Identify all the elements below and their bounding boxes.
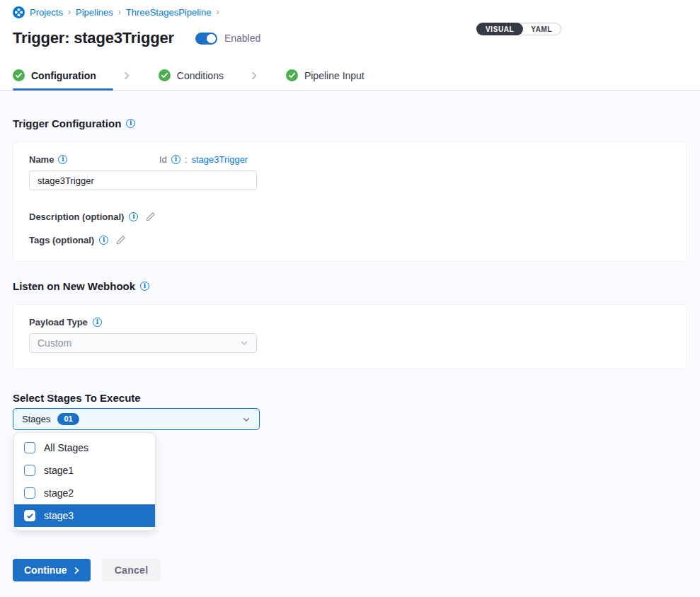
enabled-toggle[interactable] [195, 33, 217, 45]
title-row: Trigger: stage3Trigger Enabled [13, 27, 687, 50]
tab-label: Conditions [177, 70, 224, 81]
check-circle-icon [13, 69, 25, 81]
yaml-view-button[interactable]: YAML [522, 23, 561, 35]
tab-configuration[interactable]: Configuration [13, 61, 113, 90]
description-label: Description (optional) [29, 211, 124, 222]
main-content: Trigger Configuration Name Id : stage3Tr… [0, 91, 700, 597]
trigger-id-value[interactable]: stage3Trigger [191, 154, 248, 165]
option-label: stage2 [44, 487, 74, 499]
info-icon[interactable] [171, 155, 180, 164]
option-label: All Stages [44, 442, 88, 453]
tab-label: Configuration [31, 70, 96, 81]
id-block: Id : stage3Trigger [159, 154, 248, 165]
info-icon[interactable] [93, 318, 102, 327]
payload-type-label-row: Payload Type [29, 317, 670, 328]
name-label-block: Name [29, 154, 159, 165]
edit-pencil-icon[interactable] [145, 211, 156, 222]
breadcrumb-pipelines[interactable]: Pipelines [76, 7, 113, 18]
chevron-right-icon [249, 71, 259, 81]
projects-logo-icon [13, 6, 25, 18]
section-title: Listen on New Webhook [13, 280, 135, 292]
webhook-heading: Listen on New Webhook [13, 280, 687, 292]
id-colon: : [185, 154, 188, 165]
trigger-wizard-page: Projects › Pipelines › ThreeStagesPipeli… [0, 0, 700, 597]
name-label: Name [29, 154, 54, 165]
chevron-right-icon [73, 567, 81, 574]
breadcrumb-pipeline-name[interactable]: ThreeStagesPipeline [126, 7, 212, 18]
wizard-tabs: Configuration Conditions Pipeline Input [0, 61, 700, 91]
breadcrumb-separator: › [68, 7, 71, 17]
name-input[interactable] [29, 170, 257, 190]
payload-type-value: Custom [38, 337, 71, 349]
stages-select-label: Stages [22, 414, 50, 424]
breadcrumb-separator: › [118, 7, 121, 17]
name-id-row: Name Id : stage3Trigger [29, 154, 670, 165]
check-circle-icon [159, 69, 171, 81]
stages-count-badge: 01 [57, 413, 79, 425]
stage-option-stage1[interactable]: stage1 [14, 459, 155, 482]
cancel-button[interactable]: Cancel [102, 559, 161, 581]
trigger-configuration-card: Name Id : stage3Trigger Description (opt… [13, 141, 687, 262]
stages-heading: Select Stages To Execute [13, 392, 687, 404]
continue-label: Continue [24, 564, 67, 576]
section-title: Trigger Configuration [13, 117, 121, 129]
visual-view-button[interactable]: VISUAL [476, 23, 523, 35]
checkbox-unchecked[interactable] [24, 465, 35, 476]
continue-button[interactable]: Continue [13, 559, 91, 581]
checkbox-unchecked[interactable] [24, 442, 35, 453]
stage-option-all-stages[interactable]: All Stages [14, 436, 155, 459]
tags-label: Tags (optional) [29, 235, 94, 245]
tags-row: Tags (optional) [29, 235, 670, 245]
option-label: stage1 [44, 465, 74, 476]
tab-label: Pipeline Input [304, 70, 365, 81]
breadcrumb-projects[interactable]: Projects [30, 7, 63, 18]
info-icon[interactable] [129, 212, 138, 221]
breadcrumb-separator: › [216, 7, 219, 17]
chevron-down-icon [240, 339, 248, 347]
visual-yaml-toggle: VISUAL YAML [476, 23, 561, 35]
checkbox-checked[interactable] [24, 510, 35, 521]
enabled-label: Enabled [224, 33, 260, 44]
wizard-footer: Continue Cancel [13, 559, 687, 581]
checkbox-unchecked[interactable] [24, 487, 35, 499]
stage-option-stage2[interactable]: stage2 [14, 482, 155, 504]
payload-type-select[interactable]: Custom [29, 333, 257, 353]
tab-conditions[interactable]: Conditions [153, 61, 241, 90]
section-title: Select Stages To Execute [13, 392, 141, 404]
edit-pencil-icon[interactable] [115, 235, 126, 245]
chevron-right-icon [122, 71, 132, 81]
webhook-card: Payload Type Custom [13, 304, 687, 369]
check-circle-icon [286, 69, 298, 81]
toggle-knob [207, 34, 216, 43]
tab-pipeline-input[interactable]: Pipeline Input [280, 61, 381, 90]
trigger-configuration-heading: Trigger Configuration [13, 117, 687, 129]
page-header: Projects › Pipelines › ThreeStagesPipeli… [0, 0, 700, 50]
info-icon[interactable] [140, 282, 149, 291]
chevron-down-icon [242, 415, 251, 424]
payload-type-label: Payload Type [29, 317, 88, 328]
stage-option-stage3[interactable]: stage3 [14, 504, 155, 527]
id-label: Id [159, 154, 167, 165]
option-label: stage3 [44, 510, 74, 521]
stages-select[interactable]: Stages 01 [13, 408, 260, 430]
info-icon[interactable] [126, 119, 135, 128]
description-row: Description (optional) [29, 211, 670, 222]
breadcrumb: Projects › Pipelines › ThreeStagesPipeli… [13, 6, 687, 18]
info-icon[interactable] [99, 236, 108, 245]
info-icon[interactable] [58, 155, 67, 164]
page-title: Trigger: stage3Trigger [13, 29, 174, 47]
stages-dropdown: All Stages stage1 stage2 stage3 [14, 433, 155, 531]
